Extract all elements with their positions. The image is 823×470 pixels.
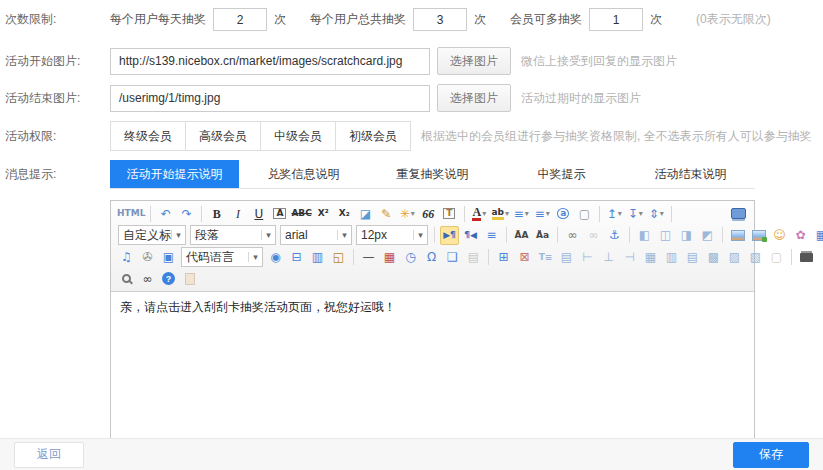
insert-table-icon[interactable]: ⊞ <box>494 248 513 267</box>
custom-title-select[interactable]: 自定义标题▾ <box>118 225 186 245</box>
emotion-icon[interactable]: ☺ <box>770 226 789 245</box>
time-icon[interactable]: ◷ <box>401 248 420 267</box>
paragraph-select[interactable]: 段落▾ <box>190 225 276 245</box>
columns-icon[interactable]: ▥ <box>308 248 327 267</box>
line-height-icon[interactable]: ⇕▾ <box>647 204 666 223</box>
date-icon[interactable]: ▦ <box>380 248 399 267</box>
superscript-icon[interactable]: X² <box>314 204 333 223</box>
end-image-choose-button[interactable]: 选择图片 <box>437 84 511 112</box>
undo-icon[interactable]: ↶ <box>156 204 175 223</box>
code-language-select[interactable]: 代码语言▾ <box>181 247 263 267</box>
special-char-icon[interactable]: Ω <box>422 248 441 267</box>
member-group-button-4[interactable]: 初级会员 <box>335 121 411 151</box>
member-group-button-3[interactable]: 中级会员 <box>260 121 336 151</box>
toolbar-separator <box>722 227 723 243</box>
table-caption-icon[interactable]: T≡ <box>536 248 555 267</box>
horizontal-rule-icon[interactable]: — <box>359 248 378 267</box>
end-image-input[interactable] <box>110 85 430 112</box>
image-right-icon[interactable]: ◨ <box>677 226 696 245</box>
font-family-select[interactable]: arial▾ <box>280 225 352 245</box>
delete-table-icon[interactable]: ⊠ <box>515 248 534 267</box>
split-cell-icon[interactable]: ⊣ <box>620 248 639 267</box>
clear-doc-icon[interactable]: ▢ <box>575 204 594 223</box>
limit-input-2[interactable] <box>413 8 467 31</box>
direction-rtl-icon[interactable]: ¶◀ <box>461 226 480 245</box>
member-group-button-1[interactable]: 终级会员 <box>110 121 186 151</box>
uppercase-icon[interactable]: ÄA <box>512 226 531 245</box>
insert-row-icon[interactable]: ⊢ <box>578 248 597 267</box>
auto-typeset-icon[interactable]: ✳▾ <box>398 204 417 223</box>
strikethrough-icon[interactable]: ABC <box>291 204 311 223</box>
para-space-top-icon[interactable]: ↥▾ <box>605 204 624 223</box>
video-icon[interactable]: ▦ <box>812 226 823 245</box>
blockquote-icon[interactable]: 66 <box>419 204 438 223</box>
doc-page-icon[interactable]: ▢ <box>767 248 786 267</box>
merge-down-icon[interactable]: ▤ <box>683 248 702 267</box>
remove-format-icon[interactable]: ◪ <box>356 204 375 223</box>
preview-icon[interactable] <box>117 269 136 288</box>
find-replace-icon[interactable]: ∞ <box>138 269 157 288</box>
limit-input-3[interactable] <box>589 8 643 31</box>
border-text-icon[interactable]: A <box>270 204 289 223</box>
fullscreen-icon[interactable] <box>729 204 748 223</box>
font-size-select[interactable]: 12px▾ <box>356 225 428 245</box>
anchor-ref-icon[interactable]: a <box>554 204 573 223</box>
link-icon[interactable]: ∞ <box>563 226 582 245</box>
message-tab-1[interactable]: 活动开始提示说明 <box>110 160 239 188</box>
merge-right-icon[interactable]: ▥ <box>662 248 681 267</box>
help-icon[interactable]: ? <box>159 269 178 288</box>
insert-frame-icon[interactable]: ▣ <box>159 248 178 267</box>
insert-col-icon[interactable]: ⊥ <box>599 248 618 267</box>
direction-ltr-icon[interactable]: ▶¶ <box>440 226 459 245</box>
table-sort-icon[interactable]: ▧ <box>746 248 765 267</box>
merge-cells-icon[interactable]: ▦ <box>641 248 660 267</box>
snapshot-icon[interactable]: ◱ <box>329 248 348 267</box>
font-color-icon[interactable]: A▾ <box>470 204 489 223</box>
paste-plain-icon[interactable]: T <box>440 204 459 223</box>
start-image-choose-button[interactable]: 选择图片 <box>437 47 511 75</box>
image-left-icon[interactable]: ◧ <box>635 226 654 245</box>
html-source-icon[interactable]: HTML <box>117 204 145 223</box>
map-icon[interactable]: ◉ <box>266 248 285 267</box>
insert-image-icon[interactable] <box>728 226 747 245</box>
ordered-list-icon[interactable]: ≡▾ <box>512 204 531 223</box>
limit-input-1[interactable] <box>213 8 267 31</box>
image-center-icon[interactable]: ◫ <box>656 226 675 245</box>
comment-icon[interactable]: ❑ <box>443 248 462 267</box>
bg-color-icon[interactable]: ab▾ <box>491 204 510 223</box>
para-space-bottom-icon[interactable]: ↧▾ <box>626 204 645 223</box>
underline-icon[interactable]: U <box>249 204 268 223</box>
print-icon[interactable] <box>797 248 816 267</box>
start-image-label: 活动开始图片: <box>0 53 110 70</box>
back-button[interactable]: 返回 <box>14 442 84 468</box>
redo-icon[interactable]: ↷ <box>177 204 196 223</box>
indent-icon[interactable]: ≡ <box>482 226 501 245</box>
table-title-icon[interactable]: ▤ <box>557 248 576 267</box>
format-brush-icon[interactable]: ✎ <box>377 204 396 223</box>
unordered-list-icon[interactable]: ≡▾ <box>533 204 552 223</box>
anchor-icon[interactable]: ⚓ <box>605 226 624 245</box>
scrawl-icon[interactable]: ✿ <box>791 226 810 245</box>
split-rows-icon[interactable]: ▩ <box>704 248 723 267</box>
unlink-icon[interactable]: ∞ <box>584 226 603 245</box>
message-tab-4[interactable]: 中奖提示 <box>497 160 626 188</box>
start-image-input[interactable] <box>110 48 430 75</box>
italic-icon[interactable]: I <box>228 204 247 223</box>
paste-icon[interactable] <box>180 269 199 288</box>
attachment-icon[interactable]: ✇ <box>138 248 157 267</box>
bold-icon[interactable]: B <box>207 204 226 223</box>
member-group-button-2[interactable]: 高级会员 <box>185 121 261 151</box>
print-preview-icon[interactable]: ▤ <box>464 248 483 267</box>
subscript-icon[interactable]: X₂ <box>335 204 354 223</box>
music-icon[interactable]: ♫ <box>117 248 136 267</box>
message-tab-5[interactable]: 活动结束说明 <box>626 160 755 188</box>
split-cols-icon[interactable]: ▨ <box>725 248 744 267</box>
message-tab-2[interactable]: 兑奖信息说明 <box>239 160 368 188</box>
message-tab-3[interactable]: 重复抽奖说明 <box>368 160 497 188</box>
lowercase-icon[interactable]: Äa <box>533 226 552 245</box>
image-none-icon[interactable]: ◩ <box>698 226 717 245</box>
online-image-icon[interactable] <box>749 226 768 245</box>
page-break-icon[interactable]: ⊟ <box>287 248 306 267</box>
editor-content[interactable]: 亲，请点击进入刮刮卡抽奖活动页面，祝您好运哦！ <box>111 292 754 440</box>
save-button[interactable]: 保存 <box>733 442 809 468</box>
